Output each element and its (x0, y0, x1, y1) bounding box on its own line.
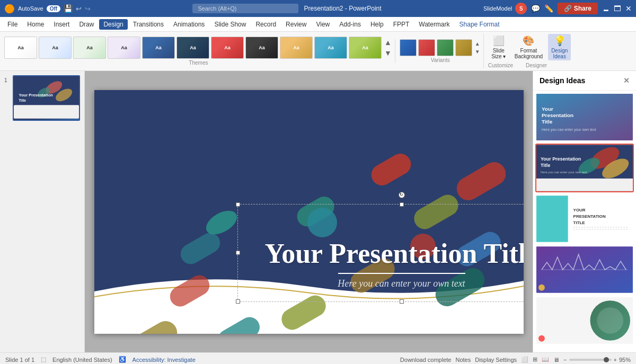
slide-sorter-icon[interactable]: ⊞ (533, 356, 537, 363)
zoom-in-icon[interactable]: + (614, 357, 617, 363)
svg-text:Title: Title (541, 163, 550, 168)
menu-animations[interactable]: Animations (169, 19, 209, 30)
variant-2[interactable] (418, 39, 435, 56)
theme-scroll: ▲ ▼ (383, 37, 393, 58)
menu-fppt[interactable]: FPPT (389, 19, 414, 30)
slide-size-button[interactable]: ⬜ Slide Size ▾ (488, 34, 509, 60)
menu-bar: File Home Insert Draw Design Transitions… (0, 17, 636, 32)
redo-icon[interactable]: ↪ (85, 5, 91, 13)
minimize-icon[interactable]: 🗕 (602, 4, 610, 13)
search-input[interactable] (192, 4, 298, 13)
slide-thumb-inner: Your Presentation Title (14, 76, 79, 120)
design-ideas-ribbon-label: Design (551, 48, 568, 54)
design-panel-close[interactable]: ✕ (623, 76, 630, 85)
variant-3[interactable] (437, 39, 454, 56)
design-ideas-title: Design Ideas (540, 76, 585, 85)
theme-3[interactable]: Aa (73, 37, 106, 59)
design-idea-4[interactable] (535, 245, 634, 294)
language-icon: ⬚ (41, 356, 46, 363)
menu-view[interactable]: View (312, 19, 334, 30)
theme-darkgrey[interactable]: Aa (245, 37, 278, 59)
theme-dark[interactable]: Aa (176, 37, 209, 59)
menu-file[interactable]: File (3, 19, 22, 30)
zoom-level[interactable]: 95% (619, 357, 631, 363)
menu-slideshow[interactable]: Slide Show (210, 19, 250, 30)
variant-4[interactable] (455, 39, 472, 56)
menu-watermark[interactable]: Watermark (414, 19, 454, 30)
canvas-area[interactable]: ↻ Your Presentation Title Here you can e… (85, 71, 533, 352)
design-ideas-ribbon-button[interactable]: 💡 Design Ideas (548, 34, 571, 60)
comments-icon[interactable]: 💬 (531, 4, 540, 13)
menu-transitions[interactable]: Transitions (129, 19, 168, 30)
menu-record[interactable]: Record (251, 19, 280, 30)
powerpoint-logo-icon: 🟠 (4, 4, 15, 14)
zoom-out-icon[interactable]: − (563, 357, 567, 363)
theme-4[interactable]: Aa (108, 37, 140, 59)
presenter-view-icon[interactable]: 🖥 (553, 357, 559, 363)
svg-text:TITLE: TITLE (573, 220, 585, 225)
menu-design[interactable]: Design (99, 19, 127, 30)
menu-addins[interactable]: Add-ins (335, 19, 365, 30)
design-idea-3[interactable]: YOUR PRESENTATION TITLE (535, 194, 634, 243)
format-background-button[interactable]: 🎨 Format Background (511, 34, 546, 60)
slide-subtitle[interactable]: Here you can enter your own text (240, 278, 524, 289)
svg-text:Your Presentation: Your Presentation (541, 156, 581, 162)
menu-review[interactable]: Review (281, 19, 311, 30)
title-bar-left: 🟠 AutoSave Off 💾 ↩ ↪ (4, 4, 91, 14)
normal-view-icon[interactable]: ⬜ (521, 356, 528, 363)
status-right: Download complete Notes Display Settings… (400, 356, 631, 363)
theme-scroll-down[interactable]: ▼ (383, 48, 393, 58)
slide-title-text[interactable]: Your Presentation Title Here you can ent… (240, 238, 524, 289)
svg-text:Title: Title (19, 99, 26, 102)
theme-green[interactable]: Aa (349, 37, 382, 59)
design-idea-1[interactable]: Your Presentation Title Here you can ent… (535, 93, 634, 141)
theme-default[interactable]: Aa (4, 37, 37, 59)
themes-label: Themes (4, 60, 393, 66)
svg-point-45 (538, 285, 545, 291)
accessibility-label[interactable]: Accessibility: Investigate (132, 357, 196, 363)
variant-1[interactable] (400, 39, 417, 56)
display-settings-button[interactable]: Display Settings (475, 357, 517, 363)
close-icon[interactable]: ✕ (625, 4, 632, 13)
share-button[interactable]: 🔗 Share (558, 3, 598, 14)
theme-red[interactable]: Aa (211, 37, 244, 59)
autosave-toggle[interactable]: Off (47, 5, 60, 12)
svg-point-49 (538, 335, 545, 342)
menu-draw[interactable]: Draw (75, 19, 98, 30)
format-bg-icon: 🎨 (523, 35, 534, 47)
menu-shapeformat[interactable]: Shape Format (455, 19, 504, 30)
variant-scroll-up[interactable]: ▲ (474, 40, 481, 48)
theme-scroll-up[interactable]: ▲ (383, 37, 393, 48)
design-idea-1-preview: Your Presentation Title Here you can ent… (536, 94, 633, 140)
slide-thumbnail[interactable]: Your Presentation Title (13, 75, 80, 121)
notes-button[interactable]: Notes (455, 357, 471, 363)
zoom-slider[interactable] (569, 359, 612, 361)
undo-icon[interactable]: ↩ (76, 5, 82, 13)
theme-2[interactable]: Aa (39, 37, 72, 59)
menu-home[interactable]: Home (23, 19, 48, 30)
svg-text:YOUR: YOUR (573, 208, 586, 212)
slide-title[interactable]: Your Presentation Title (240, 238, 524, 269)
edit-icon[interactable]: ✏️ (544, 4, 553, 13)
design-idea-5-preview (536, 297, 633, 344)
avatar[interactable]: S (515, 3, 527, 14)
svg-rect-37 (536, 196, 568, 242)
zoom-thumb (604, 357, 609, 362)
variant-scroll-down[interactable]: ▼ (474, 48, 481, 56)
accessibility-icon: ♿ (119, 356, 126, 363)
reading-view-icon[interactable]: 📖 (542, 356, 549, 363)
menu-help[interactable]: Help (366, 19, 388, 30)
format-bg-sublabel: Background (515, 54, 543, 59)
design-idea-2[interactable]: Your Presentation Title Here you can ent… (535, 144, 634, 192)
theme-gold[interactable]: Aa (280, 37, 313, 59)
status-bar: Slide 1 of 1 ⬚ English (United States) ♿… (0, 352, 636, 364)
design-idea-5[interactable] (535, 296, 634, 345)
theme-colorful[interactable]: Aa (142, 37, 175, 59)
maximize-icon[interactable]: 🗖 (614, 4, 621, 13)
slide-canvas[interactable]: ↻ Your Presentation Title Here you can e… (94, 90, 524, 334)
theme-blue[interactable]: Aa (314, 37, 347, 59)
slidemodel-label: SlideModel (483, 5, 512, 12)
language-label: English (United States) (52, 357, 112, 363)
menu-insert[interactable]: Insert (49, 19, 74, 30)
title-bar-right: SlideModel S 💬 ✏️ 🔗 Share 🗕 🗖 ✕ (483, 3, 632, 14)
